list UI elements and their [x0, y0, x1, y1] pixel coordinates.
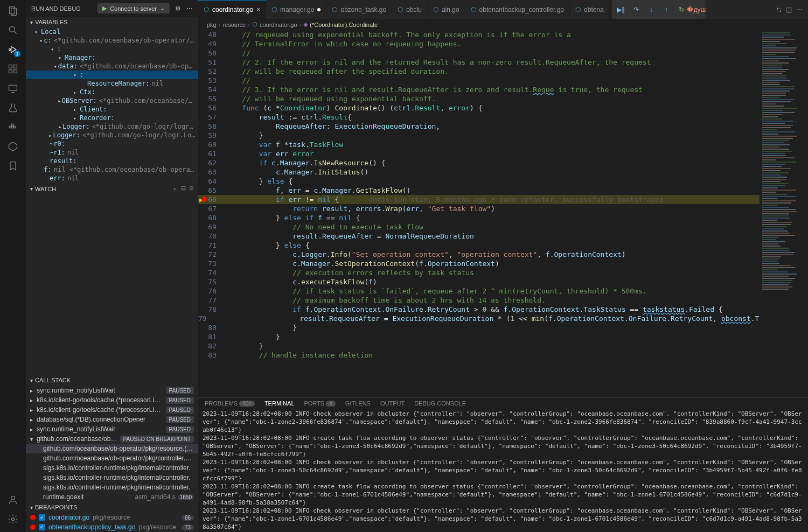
- gear-icon[interactable]: ⚙: [175, 5, 181, 12]
- tab-debug-console[interactable]: DEBUG CONSOLE: [414, 400, 466, 407]
- code-line[interactable]: 76 // if task status is `failed`, requeu…: [198, 286, 760, 296]
- code-line[interactable]: 57 result := ctrl.Result{: [198, 113, 760, 122]
- debug-step-out-icon[interactable]: ↑: [661, 5, 671, 15]
- tab-terminal[interactable]: TERMINAL: [264, 400, 295, 407]
- code-line[interactable]: 73 c.Manager.SetOperationContext(f.Opera…: [198, 259, 760, 268]
- code-line[interactable]: 48 // requeued using exponential backoff…: [198, 30, 760, 39]
- bookmark-icon[interactable]: [6, 159, 19, 172]
- more-icon[interactable]: ⋯: [186, 5, 193, 12]
- compare-icon[interactable]: ⇆: [776, 6, 782, 13]
- code-line[interactable]: 70 result.RequeueAfter = NormalRequeueDu…: [198, 232, 760, 241]
- debug-icon[interactable]: 1: [6, 43, 19, 56]
- variable-row[interactable]: result:: [26, 157, 198, 165]
- code-line[interactable]: 51 // 2. If the error is nil and the ret…: [198, 58, 760, 67]
- kubernetes-icon[interactable]: [6, 140, 19, 153]
- variable-row[interactable]: ~r1:nil: [26, 148, 198, 157]
- variable-row[interactable]: ▸Recorder:: [26, 114, 198, 122]
- collapse-icon[interactable]: ⊟: [181, 185, 186, 193]
- code-line[interactable]: 80 }: [198, 323, 760, 332]
- docker-icon[interactable]: [6, 121, 19, 134]
- tab-gitlens[interactable]: GITLENS: [345, 400, 371, 407]
- code-line[interactable]: 55 // will be requeued using exponential…: [198, 94, 760, 103]
- debug-stop-icon[interactable]: �душ: [692, 5, 701, 15]
- variable-row[interactable]: err:nil: [26, 174, 198, 183]
- debug-step-over-icon[interactable]: ↷: [631, 5, 641, 15]
- code-line[interactable]: 75 c.executeTaskFlow(f): [198, 277, 760, 286]
- breakpoint-row[interactable]: ✓obtenantbackuppolicy_task.gopkg/resourc…: [26, 522, 198, 532]
- thread-row[interactable]: ▾github.com/oceanbase/ob-operat…PAUSED O…: [26, 434, 198, 444]
- code-editor[interactable]: 48 // requeued using exponential backoff…: [198, 30, 760, 397]
- code-line[interactable]: 60 var f *task.TaskFlow: [198, 140, 760, 149]
- checkbox[interactable]: ✓: [39, 514, 45, 521]
- code-line[interactable]: 64 } else {: [198, 177, 760, 186]
- stack-frame[interactable]: runtime.goexitasm_amd64.s1650: [26, 492, 198, 502]
- stack-frame[interactable]: sigs.k8s.io/controller-runtime/pkg/inter…: [26, 482, 198, 492]
- test-icon[interactable]: [6, 101, 19, 114]
- editor-tab[interactable]: ⬡obtena: [570, 0, 610, 19]
- editor-tab[interactable]: ⬡manager.go: [266, 0, 326, 19]
- editor-tab[interactable]: ⬡obclu: [392, 0, 428, 19]
- variable-row[interactable]: ResourceManager:nil: [26, 79, 198, 88]
- variables-header[interactable]: ▾VARIABLES: [26, 17, 198, 27]
- breakpoints-header[interactable]: ▾BREAKPOINTS: [26, 502, 198, 513]
- scope-local[interactable]: ▾Local: [26, 27, 198, 36]
- thread-row[interactable]: ▸k8s.io/client-go/tools/cache.(*processo…: [26, 405, 198, 415]
- explorer-icon[interactable]: [6, 4, 19, 17]
- remote-icon[interactable]: [6, 82, 19, 95]
- variable-row[interactable]: ▸Ctx:: [26, 88, 198, 96]
- settings-icon[interactable]: [6, 513, 19, 526]
- code-line[interactable]: 61 var err error: [198, 149, 760, 158]
- callstack-header[interactable]: ▾CALL STACK: [26, 375, 198, 386]
- variable-row[interactable]: ▾:: [26, 71, 198, 79]
- stack-frame[interactable]: github.com/oceanbase/ob-operator/pkg/con…: [26, 453, 198, 463]
- variable-row[interactable]: f:nil <*github.com/oceanbase/ob-operator…: [26, 165, 198, 174]
- thread-row[interactable]: ▸sync.runtime_notifyListWaitPAUSED: [26, 424, 198, 434]
- editor-tab[interactable]: ⬡obzone_task.go: [326, 0, 392, 19]
- stack-frame[interactable]: sigs.k8s.io/controller-runtime/pkg/inter…: [26, 473, 198, 482]
- thread-row[interactable]: ▸sync.runtime_notifyListWaitPAUSED: [26, 386, 198, 395]
- close-icon[interactable]: ×: [256, 6, 260, 13]
- account-icon[interactable]: [6, 493, 19, 506]
- variable-row[interactable]: ▾:: [26, 45, 198, 53]
- code-line[interactable]: 65 f, err = c.Manager.GetTaskFlow(): [198, 186, 760, 195]
- minimap[interactable]: [760, 30, 808, 397]
- variable-row[interactable]: ▸Client:: [26, 105, 198, 114]
- extensions-icon[interactable]: [6, 62, 19, 75]
- checkbox[interactable]: ✓: [39, 524, 45, 530]
- debug-restart-icon[interactable]: ↻: [677, 5, 686, 15]
- variable-row[interactable]: ▸Logger:<*github.com/go-logr/logr.Logger…: [26, 131, 198, 139]
- search-icon[interactable]: [6, 24, 19, 37]
- debug-continue-icon[interactable]: ▶∥: [616, 5, 626, 15]
- code-line[interactable]: 78 if f.OperationContext.OnFailure.Retry…: [198, 305, 760, 314]
- editor-tab[interactable]: ⬡ain.go: [428, 0, 465, 19]
- code-line[interactable]: 68 } else if f == nil {: [198, 213, 760, 222]
- remove-all-icon[interactable]: ⊘: [189, 185, 194, 193]
- variable-row[interactable]: ▾data:<*github.com/oceanbase/ob-operator…: [26, 62, 198, 71]
- code-line[interactable]: 56 func (c *Coordinator) Coordinate() (c…: [198, 103, 760, 113]
- code-line[interactable]: 83 // handle instance deletion: [198, 351, 760, 360]
- debug-step-into-icon[interactable]: ↓: [646, 5, 656, 15]
- variable-row[interactable]: ▸Logger:<*github.com/go-logr/logr.Logger…: [26, 122, 198, 131]
- breakpoint-row[interactable]: ✓coordinator.gopkg/resource66: [26, 513, 198, 522]
- code-line[interactable]: 74 // execution errors reflects by task …: [198, 268, 760, 277]
- code-line[interactable]: 81 }: [198, 332, 760, 341]
- variable-row[interactable]: ▾Manager:: [26, 53, 198, 62]
- breadcrumb[interactable]: pkg› resource› ⬡ coordinator.go› ◈ (*Coo…: [198, 19, 808, 30]
- watch-header[interactable]: ▾WATCH＋⊟⊘: [26, 183, 198, 195]
- code-line[interactable]: 79 result.RequeueAfter = ExecutionRequeu…: [198, 314, 760, 323]
- more-actions-icon[interactable]: ⋯: [796, 6, 803, 13]
- code-line[interactable]: 72 c.Logger.Info("Set operation context"…: [198, 250, 760, 259]
- thread-row[interactable]: ▸k8s.io/client-go/tools/cache.(*processo…: [26, 395, 198, 405]
- thread-row[interactable]: ▸database/sql.(*DB).connectionOpenerPAUS…: [26, 415, 198, 424]
- launch-config-select[interactable]: ▶ Connect to server ⌄: [97, 3, 170, 13]
- code-line[interactable]: 58 RequeueAfter: ExecutionRequeueDuratio…: [198, 122, 760, 131]
- stack-frame[interactable]: github.com/oceanbase/ob-operator/pkg/res…: [26, 444, 198, 453]
- editor-tab[interactable]: ⬡obtenantbackup_controller.go: [465, 0, 570, 19]
- variable-row[interactable]: ▸OBServer:<*github.com/oceanbase/ob-oper…: [26, 96, 198, 105]
- variable-row[interactable]: ▾c:<*github.com/oceanbase/ob-operator/pk…: [26, 36, 198, 45]
- code-line[interactable]: 50 //: [198, 48, 760, 58]
- stack-frame[interactable]: sigs.k8s.io/controller-runtime/pkg/inter…: [26, 463, 198, 473]
- code-line[interactable]: 54 // 3. If the error is nil and result.…: [198, 85, 760, 94]
- code-line[interactable]: 77 // maximum backoff time is about 2 hr…: [198, 296, 760, 305]
- split-icon[interactable]: ◫: [786, 6, 792, 13]
